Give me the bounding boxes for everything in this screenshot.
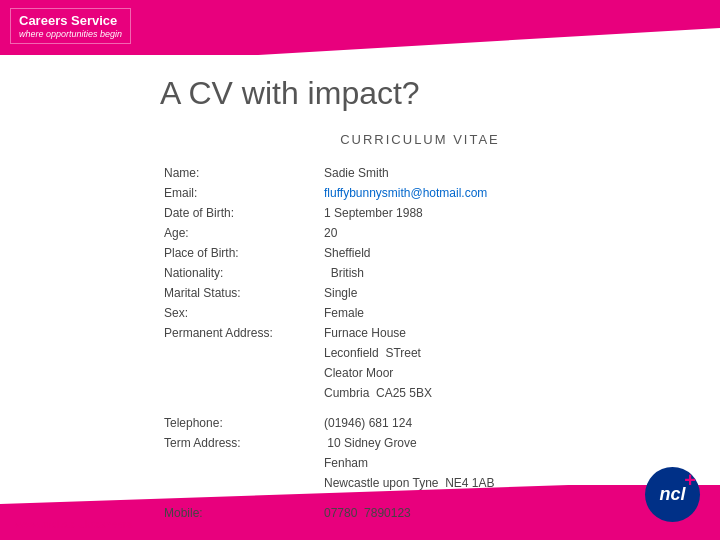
field-value: Single	[320, 283, 680, 303]
careers-service-logo: Careers Service where opportunities begi…	[10, 8, 131, 44]
website-url: www.ncl.ac.uk/careers	[15, 518, 133, 530]
cv-heading: CURRICULUM VITAE	[160, 132, 680, 147]
field-value: 07780 7890123	[320, 503, 680, 523]
field-value: (01946) 681 124	[320, 413, 680, 433]
main-content: A CV with impact? CURRICULUM VITAE Name:…	[0, 55, 720, 485]
field-value: 10 Sidney Grove	[320, 433, 680, 453]
table-row: Fenham	[160, 453, 680, 473]
ncl-logo-plus: +	[684, 469, 696, 492]
logo-subtitle: where opportunities begin	[19, 29, 122, 39]
field-label: Place of Birth:	[160, 243, 320, 263]
field-label	[160, 363, 320, 383]
field-label	[160, 343, 320, 363]
field-label: Name:	[160, 163, 320, 183]
field-value: British	[320, 263, 680, 283]
field-value: fluffybunnysmith@hotmail.com	[320, 183, 680, 203]
field-label: Sex:	[160, 303, 320, 323]
field-label: Email:	[160, 183, 320, 203]
cv-table: Name: Sadie Smith Email: fluffybunnysmit…	[160, 163, 680, 523]
table-row: Marital Status: Single	[160, 283, 680, 303]
field-label: Date of Birth:	[160, 203, 320, 223]
table-row: Permanent Address: Furnace House	[160, 323, 680, 343]
field-label: Permanent Address:	[160, 323, 320, 343]
email-link[interactable]: fluffybunnysmith@hotmail.com	[324, 186, 487, 200]
table-row: Sex: Female	[160, 303, 680, 323]
field-value: Sheffield	[320, 243, 680, 263]
table-row: Mobile: 07780 7890123	[160, 503, 680, 523]
field-label: Term Address:	[160, 433, 320, 453]
field-value: Female	[320, 303, 680, 323]
table-row: Newcastle upon Tyne NE4 1AB	[160, 473, 680, 493]
field-value: 20	[320, 223, 680, 243]
field-value: 1 September 1988	[320, 203, 680, 223]
field-label: Marital Status:	[160, 283, 320, 303]
table-row: Leconfield STreet	[160, 343, 680, 363]
field-label	[160, 473, 320, 493]
table-row: Cumbria CA25 5BX	[160, 383, 680, 403]
ncl-logo-text: ncl	[659, 484, 685, 505]
table-row: Telephone: (01946) 681 124	[160, 413, 680, 433]
field-value: Sadie Smith	[320, 163, 680, 183]
table-row: Age: 20	[160, 223, 680, 243]
field-value: Newcastle upon Tyne NE4 1AB	[320, 473, 680, 493]
spacer-row	[160, 493, 680, 503]
table-row: Email: fluffybunnysmith@hotmail.com	[160, 183, 680, 203]
ncl-logo: ncl +	[645, 467, 700, 522]
field-value: Cumbria CA25 5BX	[320, 383, 680, 403]
field-label: Age:	[160, 223, 320, 243]
spacer-row	[160, 403, 680, 413]
field-value: Fenham	[320, 453, 680, 473]
field-value: Furnace House	[320, 323, 680, 343]
table-row: Nationality: British	[160, 263, 680, 283]
field-value: Leconfield STreet	[320, 343, 680, 363]
field-label	[160, 383, 320, 403]
table-row: Date of Birth: 1 September 1988	[160, 203, 680, 223]
cv-section: CURRICULUM VITAE Name: Sadie Smith Email…	[160, 132, 680, 523]
field-label	[160, 453, 320, 473]
field-label: Mobile:	[160, 503, 320, 523]
field-label: Telephone:	[160, 413, 320, 433]
table-row: Cleator Moor	[160, 363, 680, 383]
table-row: Place of Birth: Sheffield	[160, 243, 680, 263]
field-label: Nationality:	[160, 263, 320, 283]
table-row: Name: Sadie Smith	[160, 163, 680, 183]
table-row: Term Address: 10 Sidney Grove	[160, 433, 680, 453]
logo-title: Careers Service	[19, 13, 122, 29]
field-value: Cleator Moor	[320, 363, 680, 383]
page-title: A CV with impact?	[40, 75, 680, 112]
